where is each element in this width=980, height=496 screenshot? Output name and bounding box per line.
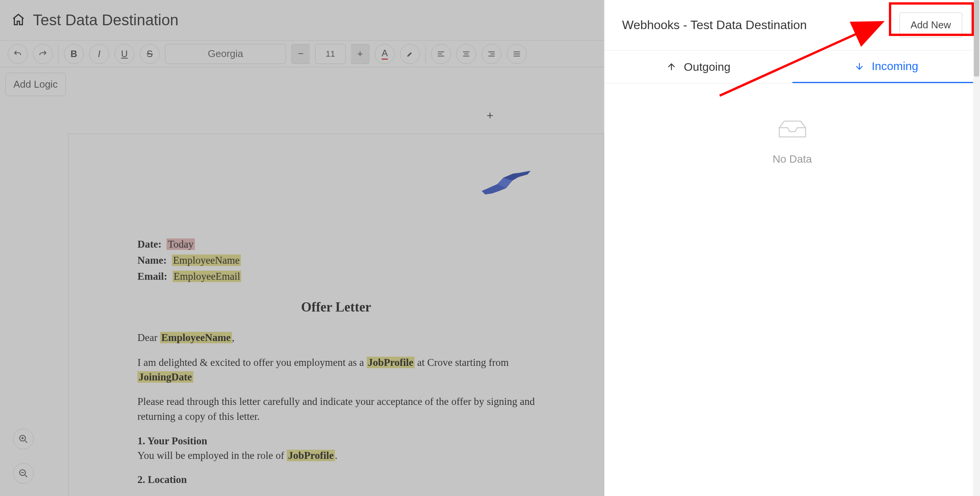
strike-button[interactable]: S (140, 44, 160, 64)
panel-header: Webhooks - Test Data Destination Add New (604, 0, 980, 50)
para-1: I am delighted & excited to offer you em… (137, 355, 535, 385)
doc-email-line: Email: EmployeeEmail (137, 269, 535, 284)
zoom-controls (13, 429, 34, 484)
align-justify-button[interactable] (507, 44, 527, 64)
no-data-text: No Data (773, 153, 812, 165)
font-size-value[interactable]: 11 (315, 44, 346, 64)
section-1-header: 1. Your Position (137, 435, 207, 447)
tab-incoming-label: Incoming (872, 60, 918, 73)
zoom-out-button[interactable] (13, 463, 34, 484)
date-label: Date: (137, 238, 162, 250)
tab-incoming[interactable]: Incoming (792, 51, 980, 83)
header-left: Test Data Destination (11, 11, 178, 29)
add-logic-button[interactable]: Add Logic (5, 73, 66, 96)
section-1: 1. Your Position You will be employed in… (137, 434, 535, 463)
salutation-name-field[interactable]: EmployeeName (160, 332, 232, 343)
page-title: Test Data Destination (33, 11, 178, 29)
align-left-button[interactable] (431, 44, 451, 64)
doc-name-line: Name: EmployeeName (137, 253, 535, 268)
job-profile-field[interactable]: JobProfile (367, 357, 415, 368)
highlight-button[interactable] (400, 44, 420, 64)
add-new-button[interactable]: Add New (899, 12, 963, 38)
arrow-up-icon (666, 62, 677, 72)
document-page[interactable]: Date: Today Name: EmployeeName Email: Em… (68, 134, 604, 496)
salutation-suffix: , (232, 332, 235, 343)
font-size-decrease[interactable]: − (291, 44, 310, 64)
joining-date-field[interactable]: JoiningDate (137, 371, 193, 383)
font-size-increase[interactable]: + (351, 44, 369, 64)
tab-outgoing[interactable]: Outgoing (604, 51, 792, 83)
empty-state: No Data (604, 118, 980, 165)
text-color-button[interactable]: A (375, 44, 395, 64)
section-2: 2. Location (137, 472, 535, 487)
salutation-prefix: Dear (137, 332, 160, 343)
align-center-button[interactable] (456, 44, 476, 64)
date-field[interactable]: Today (167, 238, 194, 250)
underline-button[interactable]: U (114, 44, 134, 64)
doc-body: Dear EmployeeName, I am delighted & exci… (137, 330, 535, 487)
separator (58, 44, 59, 64)
panel-title: Webhooks - Test Data Destination (622, 18, 807, 32)
tab-outgoing-label: Outgoing (684, 60, 730, 73)
home-icon[interactable] (11, 13, 25, 28)
bold-button[interactable]: B (64, 44, 84, 64)
webhooks-panel: Webhooks - Test Data Destination Add New… (604, 0, 980, 496)
salutation: Dear EmployeeName, (137, 330, 535, 345)
align-right-button[interactable] (482, 44, 501, 64)
zoom-in-button[interactable] (13, 429, 34, 449)
logo-area (137, 157, 535, 195)
panel-tabs: Outgoing Incoming (604, 50, 980, 83)
font-select[interactable]: Georgia (165, 44, 286, 64)
para-2: Please read through this letter carefull… (137, 394, 535, 424)
name-field[interactable]: EmployeeName (172, 255, 241, 266)
email-field[interactable]: EmployeeEmail (173, 271, 242, 282)
section-1-text-a: You will be employed in the role of (137, 450, 287, 461)
scrollbar[interactable] (973, 0, 980, 496)
redo-button[interactable] (33, 44, 53, 64)
section-2-header: 2. Location (137, 474, 187, 485)
add-page-icon[interactable]: + (487, 109, 493, 125)
job-profile-field-2[interactable]: JobProfile (287, 450, 335, 461)
p1-text-a: I am delighted & excited to offer you em… (137, 357, 367, 368)
inbox-icon (775, 118, 810, 141)
arrow-down-icon (854, 61, 865, 72)
p1-text-b: at Crove starting from (415, 357, 509, 368)
doc-title: Offer Letter (137, 300, 535, 315)
section-1-text-b: . (335, 450, 338, 461)
undo-button[interactable] (8, 44, 28, 64)
bird-icon (477, 157, 535, 195)
doc-date-line: Date: Today (137, 237, 535, 252)
separator (425, 44, 426, 64)
email-label: Email: (137, 271, 167, 282)
scrollbar-thumb[interactable] (974, 0, 979, 77)
italic-button[interactable]: I (89, 44, 109, 64)
name-label: Name: (137, 255, 167, 266)
